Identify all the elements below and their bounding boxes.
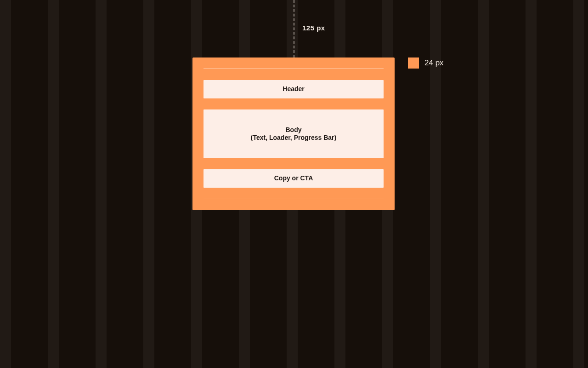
padding-legend: 24 px bbox=[408, 58, 444, 69]
top-rule bbox=[204, 69, 384, 69]
top-offset-guide bbox=[294, 0, 294, 58]
padding-swatch bbox=[408, 58, 419, 69]
cta-slot: Copy or CTA bbox=[204, 169, 384, 188]
padding-legend-label: 24 px bbox=[424, 58, 444, 68]
header-slot: Header bbox=[204, 80, 384, 98]
top-offset-label: 125 px bbox=[302, 24, 325, 32]
modal-layout-card: Header Body (Text, Loader, Progress Bar)… bbox=[192, 58, 395, 210]
body-slot: Body (Text, Loader, Progress Bar) bbox=[204, 109, 384, 158]
bottom-rule bbox=[204, 199, 384, 199]
